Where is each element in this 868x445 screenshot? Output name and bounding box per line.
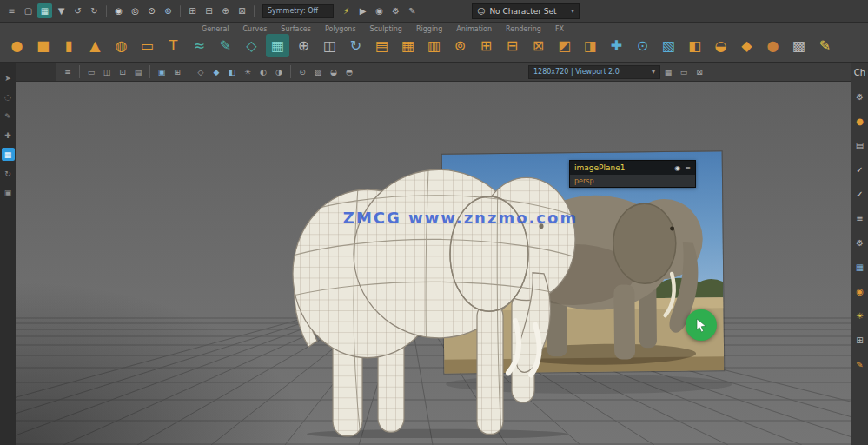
hud-record-icon[interactable]: ◉	[674, 164, 680, 172]
crease-icon[interactable]: ◆	[735, 34, 759, 57]
attribute-list-icon[interactable]: ≡	[856, 213, 863, 224]
shelf-tab-curves[interactable]: Curves	[243, 25, 268, 33]
material-sphere-icon[interactable]: ●	[856, 116, 864, 127]
open-scene-icon[interactable]: ▦	[37, 3, 52, 18]
redo-icon[interactable]: ↻	[87, 3, 102, 18]
paint-tool-icon[interactable]: ✎	[856, 359, 863, 370]
camera-attributes-icon[interactable]: ⊡	[116, 65, 129, 78]
paint-select-tool[interactable]: ✎	[2, 110, 15, 123]
resolution-gate-icon[interactable]: ⊠	[692, 65, 706, 78]
cylinder-primitive-icon[interactable]: ▮	[57, 34, 81, 57]
text-tool-icon[interactable]: T	[162, 34, 185, 57]
scale-tool[interactable]: ▣	[2, 186, 15, 199]
snap-point-icon[interactable]: ⊕	[218, 3, 233, 18]
wireframe-mode-icon[interactable]: ◇	[194, 65, 208, 78]
shadows-icon[interactable]: ◐	[256, 65, 270, 78]
render-icon[interactable]: ▶	[355, 3, 370, 18]
image-plane-icon[interactable]: ▣	[155, 65, 169, 78]
shelf-tab-general[interactable]: General	[202, 25, 229, 33]
character-set-dropdown[interactable]: ☺ No Character Set ▾	[472, 3, 580, 19]
bevel-icon[interactable]: ◩	[553, 34, 576, 57]
magnet-icon[interactable]: ⊕	[292, 34, 315, 57]
lattice-icon[interactable]: ▩	[787, 34, 811, 57]
target-weld-icon[interactable]: ⊙	[631, 34, 654, 57]
light-icon[interactable]: ☀	[856, 310, 864, 322]
shaded-mode-icon[interactable]: ◆	[209, 65, 223, 78]
torus-primitive-icon[interactable]: ◍	[109, 34, 133, 57]
settings-gear-icon[interactable]: ⚙	[856, 237, 864, 249]
isolate-select-icon[interactable]: ⊙	[295, 65, 309, 78]
construction-history-icon[interactable]: ⚡	[339, 3, 354, 18]
combine-icon[interactable]: ⊞	[474, 34, 498, 57]
shelf-tab-polygons[interactable]: Polygons	[325, 25, 356, 33]
panel-menu-icon[interactable]: ≡	[61, 65, 75, 78]
move-tool[interactable]: ✚	[2, 129, 15, 142]
sculpt-tool-icon[interactable]: ●	[761, 34, 785, 57]
film-gate-icon[interactable]: ▭	[677, 65, 691, 78]
ep-curve-icon[interactable]: ◇	[240, 34, 263, 57]
cone-primitive-icon[interactable]: ▲	[83, 34, 107, 57]
exposure-icon[interactable]: ◒	[327, 65, 341, 78]
wireframe-elephant-model[interactable]	[281, 125, 595, 438]
plane-primitive-icon[interactable]: ▭	[136, 34, 159, 57]
viewport[interactable]: ZMCG www.znzmo.com imagePlane1 ◉ ≡ persp	[16, 82, 851, 445]
textured-mode-icon[interactable]: ◧	[225, 65, 239, 78]
select-hierarchy-icon[interactable]: ◉	[111, 3, 126, 18]
quad-draw-icon[interactable]: ▧	[657, 34, 680, 57]
render-settings-icon[interactable]: ⚙	[388, 3, 403, 18]
camera-lock-icon[interactable]: ◫	[100, 65, 114, 78]
uv-editor-icon[interactable]: ⊞	[856, 335, 863, 346]
multi-cut-icon[interactable]: ✚	[605, 34, 628, 57]
separate-icon[interactable]: ⊟	[500, 34, 524, 57]
shelf-tab-animation[interactable]: Animation	[456, 25, 492, 33]
texture-icon[interactable]: ▦	[856, 262, 864, 273]
panel-window-icon[interactable]: ▦	[266, 34, 289, 57]
columns-icon[interactable]: ▥	[422, 34, 446, 57]
visibility-check-icon[interactable]: ✓	[856, 164, 863, 176]
new-scene-icon[interactable]: ▢	[21, 3, 36, 18]
viewport-renderer-dropdown[interactable]: 1280x720 | Viewport 2.0 ▾	[528, 65, 660, 79]
rotate-tool[interactable]: ↻	[2, 167, 15, 180]
camera-select-icon[interactable]: ▭	[84, 65, 98, 78]
shelf-tab-fx[interactable]: FX	[555, 25, 564, 33]
modeling-toolkit-icon[interactable]: ⚙	[856, 91, 864, 103]
select-mask-icon[interactable]: ⊚	[161, 3, 176, 18]
select-tool[interactable]: ➤	[2, 71, 15, 84]
ipr-render-icon[interactable]: ◉	[372, 3, 387, 18]
select-component-icon[interactable]: ⊙	[144, 3, 159, 18]
lasso-tool[interactable]: ◌	[2, 90, 15, 103]
mirror-icon[interactable]: ◧	[683, 34, 706, 57]
xray-icon[interactable]: ▨	[311, 65, 325, 78]
pan-zoom-icon[interactable]: ⊞	[170, 65, 184, 78]
use-lights-icon[interactable]: ☀	[241, 65, 255, 78]
graph-icon[interactable]: ▤	[370, 34, 394, 57]
hud-options-icon[interactable]: ≡	[685, 164, 691, 172]
shelf-tab-sculpting[interactable]: Sculpting	[370, 25, 402, 33]
camera-icon[interactable]: ◫	[318, 34, 341, 57]
curve-tool-icon[interactable]: ≈	[188, 34, 211, 57]
boolean-union-icon[interactable]: ⊚	[448, 34, 472, 57]
selection-field[interactable]: Symmetry: Off	[262, 4, 334, 18]
sphere-primitive-icon[interactable]: ●	[5, 34, 29, 57]
smooth-mesh-icon[interactable]: ◒	[709, 34, 732, 57]
menu-icon[interactable]: ≡	[4, 3, 19, 18]
cursor-highlight-button[interactable]	[686, 309, 717, 341]
save-scene-icon[interactable]: ▼	[54, 3, 69, 18]
shader-ball-icon[interactable]: ◉	[856, 286, 864, 297]
grid-toggle-icon[interactable]: ▦	[661, 65, 675, 78]
gamma-icon[interactable]: ◓	[342, 65, 356, 78]
bridge-icon[interactable]: ◨	[579, 34, 602, 57]
undo-icon[interactable]: ↺	[70, 3, 85, 18]
shelf-tab-rigging[interactable]: Rigging	[416, 25, 442, 33]
outliner-icon[interactable]: ▤	[856, 140, 864, 151]
bookmark-icon[interactable]: ▤	[131, 65, 145, 78]
pencil-curve-icon[interactable]: ✎	[214, 34, 237, 57]
select-object-icon[interactable]: ◎	[128, 3, 142, 18]
playback-check-icon[interactable]: ✓	[856, 189, 863, 200]
single-pane-layout[interactable]: ▦	[2, 148, 15, 161]
snap-plane-icon[interactable]: ⊠	[235, 3, 249, 18]
paint-weights-icon[interactable]: ✎	[813, 34, 837, 57]
ambient-occlusion-icon[interactable]: ◑	[272, 65, 286, 78]
shelf-tab-rendering[interactable]: Rendering	[506, 25, 541, 33]
paint-effects-icon[interactable]: ✎	[405, 3, 420, 18]
